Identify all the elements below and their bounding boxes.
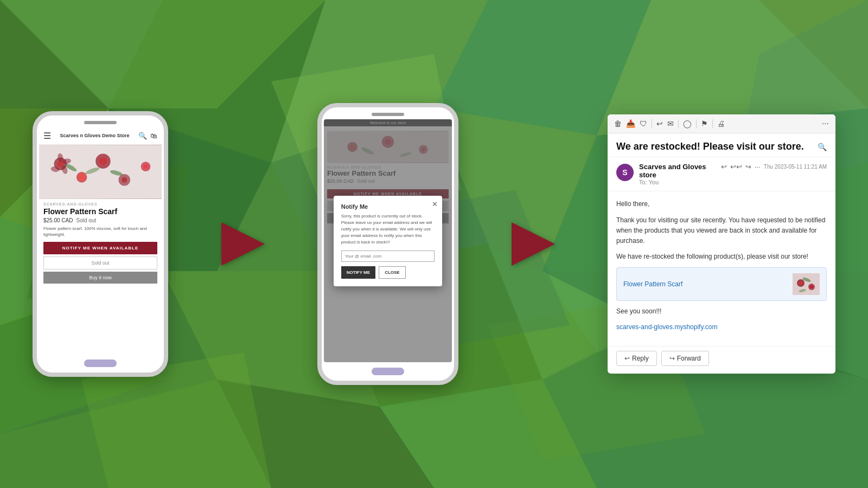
store-name: Scarves n Gloves Demo Store [60,133,129,139]
email-date: Thu 2023-05-11 11:21 AM [764,164,827,170]
more-toolbar-icon[interactable]: ··· [822,119,829,129]
more-sender-icon[interactable]: ··· [755,163,761,171]
sold-out-btn-1[interactable]: Sold out [43,256,157,269]
sender-actions: ↩ ↩↩ ↪ ··· Thu 2023-05-11 11:21 AM [721,163,827,171]
delete-icon[interactable]: 🗑 [614,119,622,128]
zoom-icon[interactable]: 🔍 [818,143,827,151]
forward-btn-label: Forward [677,355,701,362]
product-price-1: $25.00 CAD [43,217,73,223]
arrow-shape-2 [512,222,555,266]
svg-rect-60 [793,273,820,295]
see-you-soon: See you soon!!! [616,306,827,317]
product-description-1: Flower pattern scarf. 100% viscose, soft… [43,226,157,237]
modal-description: Sorry, this product is currently out of … [341,213,435,246]
shield-icon[interactable]: 🛡 [640,119,647,128]
modal-button-row: NOTIFY ME CLOSE [341,266,435,279]
menu-icon[interactable]: ☰ [43,131,51,141]
modal-title: Notify Me [341,203,435,210]
arrow-1 [216,222,270,266]
email-body: Hello there, Thank you for visiting our … [608,191,835,345]
header-icons: 🔍 🛍 [138,132,157,140]
forward-button[interactable]: ↪ Forward [661,351,709,366]
phone-screen-1: ☰ Scarves n Gloves Demo Store 🔍 🛍 [39,127,162,354]
phone-header-1: ☰ Scarves n Gloves Demo Store 🔍 🛍 [39,127,162,145]
sender-info: Scarves and Gloves store To: You [639,163,721,185]
arrow-2 [506,222,560,266]
archive-icon[interactable]: 📥 [626,119,635,128]
email-panel: 🗑 📥 🛡 ↩ ✉ ◯ ⚑ 🖨 ··· We are restocked! Pl… [608,114,835,373]
notify-btn-1[interactable]: NOTIFY ME WHEN AVAILABLE [43,242,157,254]
body-para2: We have re-stocked the following product… [616,252,827,262]
compose-icon[interactable]: ✉ [667,119,674,128]
circle-check-icon[interactable]: ◯ [683,119,692,128]
body-para1: Thank you for visiting our site recently… [616,215,827,247]
svg-point-41 [122,177,127,183]
print-icon[interactable]: 🖨 [717,119,725,128]
modal-email-input[interactable] [341,251,435,262]
modal-notify-btn[interactable]: NOTIFY ME [341,266,375,279]
sender-name: Scarves and Gloves store [639,163,721,179]
svg-point-64 [810,285,813,288]
svg-point-43 [144,164,148,169]
forward-btn-icon: ↪ [669,355,675,362]
product-image-1 [39,145,162,199]
email-subject: We are restocked! Please visit our store… [616,141,804,152]
product-body-1: SCARVES-AND-GLOVES Flower Pattern Scarf … [39,199,162,354]
svg-point-37 [79,175,85,180]
product-thumbnail [793,273,820,295]
sender-avatar: S [616,164,634,181]
flag-icon[interactable]: ⚑ [701,119,708,128]
toolbar-divider-2 [678,119,679,128]
reply-button[interactable]: ↩ Reply [616,351,657,366]
search-icon[interactable]: 🔍 [138,132,147,140]
phone-1: ☰ Scarves n Gloves Demo Store 🔍 🛍 [33,111,168,377]
email-footer-actions: ↩ Reply ↪ Forward [608,346,835,374]
email-product-card[interactable]: Flower Pattern Scarf [616,267,827,301]
toolbar-divider-3 [696,119,697,128]
reply-sender-icon[interactable]: ↩ [721,163,727,171]
email-subject-row: We are restocked! Please visit our store… [608,133,835,157]
svg-rect-33 [39,145,162,198]
phone-speaker-2 [372,113,404,116]
greeting: Hello there, [616,199,827,209]
toolbar-divider-4 [712,119,713,128]
reply-btn-icon: ↩ [624,355,630,362]
store-link[interactable]: scarves-and-gloves.myshopify.com [616,322,827,332]
email-toolbar: 🗑 📥 🛡 ↩ ✉ ◯ ⚑ 🖨 ··· [608,114,835,133]
modal-close-x[interactable]: ✕ [432,200,438,208]
modal-overlay: Notify Me ✕ Sorry, this product is curre… [324,119,452,362]
svg-point-62 [799,281,803,285]
phone-screen-2: Welcome to our store [324,119,452,362]
notify-modal: Notify Me ✕ Sorry, this product is curre… [334,196,443,286]
reply-toolbar-icon[interactable]: ↩ [656,119,663,128]
phone-2: Welcome to our store [317,103,458,385]
forward-icon[interactable]: ↪ [745,163,751,171]
product-brand-1: SCARVES-AND-GLOVES [43,202,157,206]
reply-btn-label: Reply [632,355,649,362]
product-link[interactable]: Flower Pattern Scarf [623,279,682,290]
product-title-1: Flower Pattern Scarf [43,207,157,216]
phone-speaker-1 [84,121,117,124]
sold-out-badge-1: Sold out [76,217,96,223]
phone-home-btn-2[interactable] [372,368,404,375]
toolbar-divider-1 [652,119,652,128]
email-sender-row: S Scarves and Gloves store To: You ↩ ↩↩ … [608,157,835,191]
svg-point-39 [99,157,107,165]
arrow-shape-1 [221,222,265,266]
replyall-icon[interactable]: ↩↩ [730,163,742,171]
phone-home-btn-1[interactable] [84,359,117,367]
buy-now-btn-1[interactable]: Buy it now [43,272,157,284]
price-row-1: $25.00 CAD Sold out [43,217,157,223]
modal-close-btn[interactable]: CLOSE [379,266,406,279]
cart-icon[interactable]: 🛍 [150,132,157,140]
email-to: To: You [639,179,721,185]
